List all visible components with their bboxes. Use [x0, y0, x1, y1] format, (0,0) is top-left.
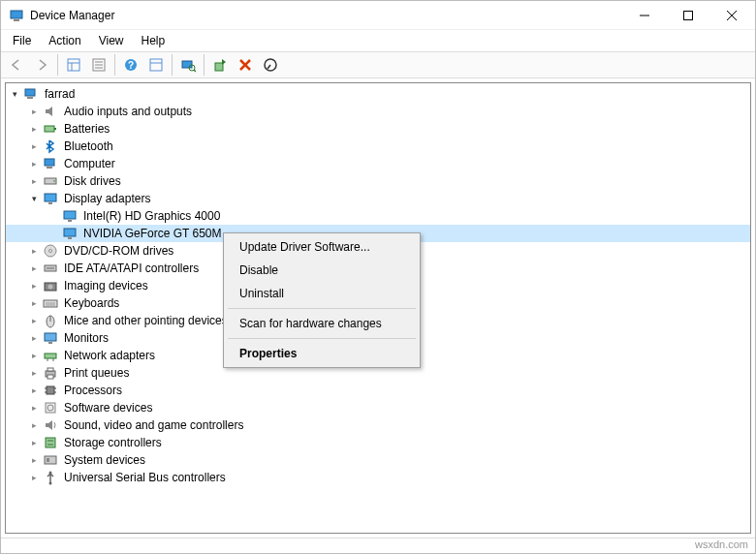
- svg-point-39: [49, 250, 52, 253]
- tree-category-software[interactable]: Software devices: [6, 399, 750, 416]
- back-button[interactable]: [5, 53, 28, 77]
- software-icon: [43, 400, 58, 416]
- tree-item-label: System devices: [62, 453, 147, 467]
- tree-category-storage[interactable]: Storage controllers: [6, 434, 750, 451]
- dvd-icon: [43, 243, 58, 259]
- tree-item-label: Print queues: [62, 366, 131, 380]
- properties-button[interactable]: [87, 53, 110, 77]
- expand-arrow-icon[interactable]: [27, 418, 41, 432]
- close-button[interactable]: [709, 2, 753, 29]
- svg-rect-24: [25, 89, 35, 96]
- tree-category-processor[interactable]: Processors: [6, 382, 750, 399]
- usb-icon: [43, 470, 58, 485]
- tree-item-label: farrad: [43, 87, 77, 101]
- expand-arrow-icon[interactable]: [27, 279, 41, 292]
- tree-device[interactable]: Intel(R) HD Graphics 4000: [6, 207, 750, 225]
- window-title: Device Manager: [30, 9, 622, 22]
- tree-item-label: Computer: [62, 157, 117, 170]
- forward-button[interactable]: [30, 53, 53, 77]
- tree-category-disk[interactable]: Disk drives: [6, 172, 750, 190]
- svg-rect-51: [45, 354, 56, 358]
- svg-rect-55: [47, 368, 53, 371]
- svg-rect-37: [68, 237, 72, 239]
- tree-item-label: DVD/CD-ROM drives: [62, 244, 175, 258]
- help-button[interactable]: ?: [119, 53, 142, 77]
- collapse-arrow-icon[interactable]: [27, 192, 41, 205]
- menu-action[interactable]: Action: [41, 32, 88, 49]
- tree-root[interactable]: farrad: [6, 85, 750, 103]
- expand-arrow-icon[interactable]: [27, 244, 41, 258]
- processor-icon: [43, 383, 58, 398]
- menu-view[interactable]: View: [91, 32, 132, 49]
- ctx-scan[interactable]: Scan for hardware changes: [226, 312, 418, 335]
- storage-icon: [43, 435, 58, 450]
- svg-rect-64: [46, 438, 55, 447]
- action-button[interactable]: [144, 53, 168, 77]
- expand-arrow-icon[interactable]: [27, 349, 41, 362]
- uninstall-button[interactable]: [234, 53, 257, 77]
- svg-rect-49: [45, 333, 56, 341]
- display-icon: [43, 191, 58, 206]
- update-driver-button[interactable]: [208, 53, 232, 77]
- expand-arrow-icon[interactable]: [27, 384, 41, 397]
- mouse-icon: [43, 313, 58, 328]
- collapse-arrow-icon[interactable]: [8, 87, 21, 101]
- printer-icon: [43, 365, 58, 381]
- menubar: File Action View Help: [1, 30, 755, 51]
- tree-category-computer[interactable]: Computer: [6, 155, 750, 172]
- battery-icon: [43, 121, 58, 137]
- tree-item-label: IDE ATA/ATAPI controllers: [62, 262, 201, 275]
- svg-rect-29: [47, 167, 52, 169]
- svg-rect-32: [45, 194, 56, 201]
- app-icon: [9, 8, 24, 23]
- expand-arrow-icon[interactable]: [27, 157, 41, 170]
- tree-item-label: Storage controllers: [62, 436, 164, 449]
- expand-arrow-icon[interactable]: [27, 471, 41, 484]
- expand-arrow-icon[interactable]: [27, 262, 41, 275]
- tree-category-battery[interactable]: Batteries: [6, 120, 750, 138]
- minimize-button[interactable]: [622, 2, 666, 29]
- display-icon: [62, 226, 78, 241]
- expand-arrow-icon[interactable]: [27, 296, 41, 310]
- tree-category-audio[interactable]: Audio inputs and outputs: [6, 103, 750, 120]
- menu-help[interactable]: Help: [134, 32, 173, 49]
- disk-icon: [43, 173, 58, 189]
- ctx-uninstall[interactable]: Uninstall: [226, 282, 418, 305]
- tree-category-sound[interactable]: Sound, video and game controllers: [6, 416, 750, 434]
- watermark: wsxdn.com: [695, 539, 748, 550]
- computer-root-icon: [23, 86, 39, 102]
- menu-file[interactable]: File: [5, 32, 39, 49]
- ctx-update-driver[interactable]: Update Driver Software...: [226, 235, 418, 259]
- expand-arrow-icon[interactable]: [27, 366, 41, 380]
- network-icon: [43, 348, 58, 363]
- svg-rect-67: [45, 456, 56, 464]
- expand-arrow-icon[interactable]: [27, 139, 41, 153]
- svg-rect-35: [68, 220, 72, 222]
- svg-text:?: ?: [128, 60, 134, 71]
- scan-hardware-button[interactable]: [176, 53, 200, 77]
- show-hide-tree-button[interactable]: [62, 53, 85, 77]
- expand-arrow-icon[interactable]: [27, 331, 41, 345]
- expand-arrow-icon[interactable]: [27, 436, 41, 449]
- ide-icon: [43, 261, 58, 276]
- context-menu: Update Driver Software... Disable Uninst…: [223, 232, 421, 368]
- tree-category-bluetooth[interactable]: Bluetooth: [6, 138, 750, 155]
- maximize-button[interactable]: [666, 2, 709, 29]
- expand-arrow-icon[interactable]: [27, 174, 41, 188]
- tree-category-usb[interactable]: Universal Serial Bus controllers: [6, 469, 750, 486]
- ctx-properties[interactable]: Properties: [226, 342, 418, 365]
- expand-arrow-icon[interactable]: [27, 122, 41, 136]
- keyboard-icon: [43, 295, 58, 311]
- tree-item-label: Universal Serial Bus controllers: [62, 471, 228, 484]
- svg-rect-33: [48, 202, 52, 204]
- expand-arrow-icon[interactable]: [27, 314, 41, 327]
- ctx-disable[interactable]: Disable: [226, 259, 418, 282]
- tree-item-label: Keyboards: [62, 296, 121, 310]
- tree-category-display[interactable]: Display adapters: [6, 190, 750, 207]
- svg-rect-68: [47, 458, 49, 462]
- expand-arrow-icon[interactable]: [27, 105, 41, 118]
- tree-category-system[interactable]: System devices: [6, 451, 750, 469]
- expand-arrow-icon[interactable]: [27, 453, 41, 467]
- expand-arrow-icon[interactable]: [27, 401, 41, 415]
- disable-button[interactable]: [259, 53, 282, 77]
